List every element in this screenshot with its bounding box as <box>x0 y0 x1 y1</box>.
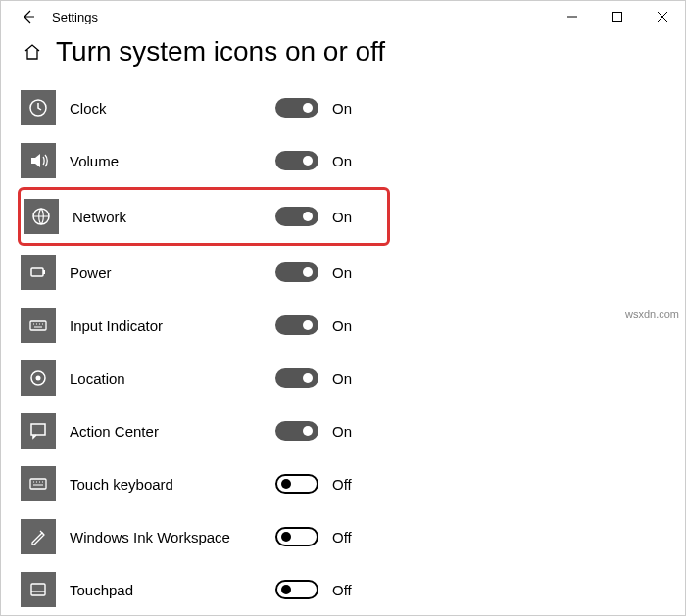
page-header: Turn system icons on or off <box>1 32 685 81</box>
minimize-button[interactable] <box>550 1 595 32</box>
setting-row-volume: VolumeOn <box>21 134 665 187</box>
action-center-icon-box <box>21 413 56 449</box>
back-button[interactable] <box>9 9 48 24</box>
battery-icon <box>26 261 50 284</box>
setting-row-location: LocationOn <box>21 352 665 404</box>
toggle-ink[interactable] <box>275 527 318 546</box>
minimize-icon <box>567 12 577 22</box>
window-controls <box>550 1 685 32</box>
volume-icon <box>26 149 50 172</box>
setting-label: Action Center <box>70 423 275 440</box>
toggle-wrap: Off <box>275 474 352 494</box>
toggle-clock[interactable] <box>275 98 318 118</box>
setting-label: Windows Ink Workspace <box>70 529 275 545</box>
setting-label: Clock <box>70 100 275 117</box>
setting-label: Location <box>70 370 275 387</box>
toggle-state-label: Off <box>332 476 352 493</box>
battery-icon-box <box>21 255 56 290</box>
toggle-knob <box>303 320 313 330</box>
svg-rect-12 <box>30 479 46 489</box>
toggle-volume[interactable] <box>275 151 318 170</box>
settings-list: ClockOnVolumeOnNetworkOnPowerOnInput Ind… <box>1 81 685 616</box>
toggle-touchkeyboard[interactable] <box>275 474 318 494</box>
toggle-wrap: On <box>275 315 352 335</box>
clock-icon <box>26 96 50 119</box>
svg-rect-6 <box>31 268 43 276</box>
toggle-state-label: Off <box>332 582 352 598</box>
ink-icon <box>26 525 50 548</box>
toggle-wrap: On <box>275 207 352 226</box>
toggle-wrap: On <box>275 98 352 118</box>
home-icon <box>23 42 42 62</box>
network-icon-box <box>24 199 59 234</box>
toggle-knob <box>303 267 313 277</box>
svg-rect-7 <box>43 270 45 274</box>
keyboard-icon <box>26 313 50 337</box>
toggle-knob <box>303 212 313 221</box>
toggle-actioncenter[interactable] <box>275 421 318 441</box>
toggle-knob <box>303 373 313 383</box>
setting-row-touchpad: TouchpadOff <box>21 563 665 616</box>
toggle-knob <box>303 426 313 436</box>
setting-label: Power <box>70 264 275 281</box>
toggle-location[interactable] <box>275 368 318 388</box>
ink-icon-box <box>21 519 56 554</box>
toggle-network[interactable] <box>275 207 318 226</box>
svg-rect-11 <box>31 424 45 435</box>
svg-point-10 <box>36 376 41 381</box>
toggle-wrap: Off <box>275 580 352 599</box>
back-arrow-icon <box>21 9 36 24</box>
toggle-state-label: On <box>332 100 352 117</box>
toggle-power[interactable] <box>275 262 318 282</box>
toggle-touchpad[interactable] <box>275 580 318 599</box>
toggle-state-label: On <box>332 264 352 281</box>
toggle-wrap: On <box>275 151 352 170</box>
setting-row-ink: Windows Ink WorkspaceOff <box>21 510 665 563</box>
toggle-wrap: Off <box>275 527 352 546</box>
toggle-input[interactable] <box>275 315 318 335</box>
toggle-state-label: Off <box>332 529 352 545</box>
clock-icon-box <box>21 90 56 125</box>
setting-row-network: NetworkOn <box>18 187 390 246</box>
toggle-wrap: On <box>275 421 352 441</box>
volume-icon-box <box>21 143 56 178</box>
watermark: wsxdn.com <box>625 308 679 320</box>
close-icon <box>658 12 667 22</box>
toggle-wrap: On <box>275 368 352 388</box>
location-icon-box <box>21 360 56 396</box>
touch-keyboard-icon <box>26 472 50 496</box>
setting-label: Touchpad <box>70 582 275 598</box>
titlebar: Settings <box>1 1 685 32</box>
touchpad-icon-box <box>21 572 56 607</box>
setting-row-touchkeyboard: Touch keyboardOff <box>21 457 665 510</box>
toggle-state-label: On <box>332 209 352 225</box>
home-button[interactable] <box>21 42 44 62</box>
setting-label: Input Indicator <box>70 317 275 334</box>
toggle-knob <box>281 585 291 594</box>
location-icon <box>26 366 50 390</box>
action-center-icon <box>26 419 50 443</box>
toggle-knob <box>281 532 291 542</box>
setting-row-actioncenter: Action CenterOn <box>21 404 665 457</box>
toggle-knob <box>281 479 291 489</box>
svg-rect-13 <box>31 584 45 595</box>
maximize-button[interactable] <box>595 1 640 32</box>
page-title: Turn system icons on or off <box>56 36 385 68</box>
window-title: Settings <box>48 10 550 24</box>
keyboard-icon-box <box>21 308 56 343</box>
touchpad-icon <box>26 578 50 601</box>
toggle-knob <box>303 103 313 113</box>
setting-row-clock: ClockOn <box>21 81 665 134</box>
setting-row-input: Input IndicatorOn <box>21 299 665 352</box>
toggle-state-label: On <box>332 317 352 334</box>
setting-label: Volume <box>70 153 275 169</box>
toggle-state-label: On <box>332 153 352 169</box>
setting-label: Network <box>73 209 275 225</box>
network-icon <box>29 205 53 228</box>
toggle-state-label: On <box>332 423 352 440</box>
setting-row-power: PowerOn <box>21 246 665 299</box>
toggle-knob <box>303 156 313 166</box>
svg-rect-1 <box>613 13 622 22</box>
toggle-wrap: On <box>275 262 352 282</box>
close-button[interactable] <box>640 1 685 32</box>
